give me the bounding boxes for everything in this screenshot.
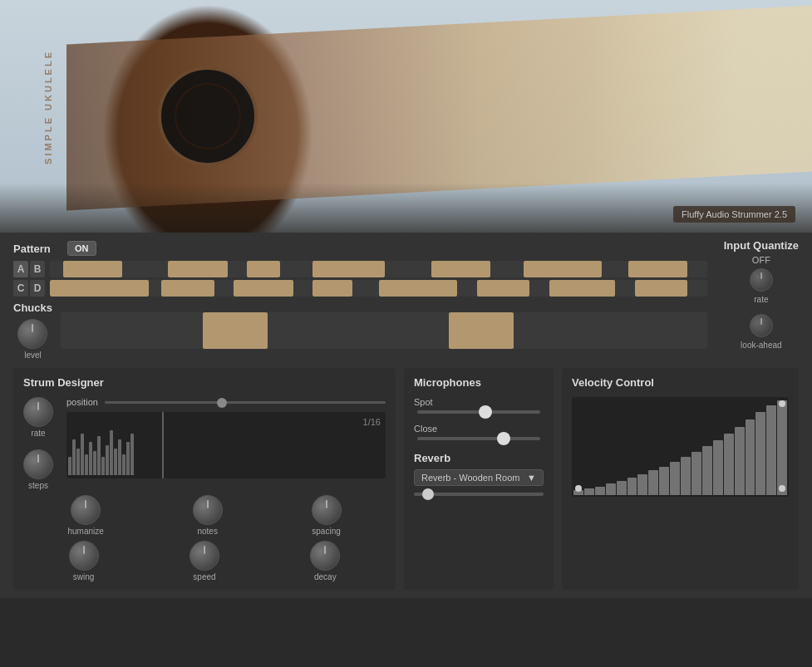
reverb-dropdown-arrow: ▼ xyxy=(527,473,536,483)
strum-designer-panel: Strum Designer rate steps xyxy=(13,368,396,590)
pattern-btn-c[interactable]: C xyxy=(13,280,28,297)
velocity-bars xyxy=(572,397,789,497)
position-area: position xyxy=(66,397,386,483)
strum-rate-value: 1/16 xyxy=(363,417,381,427)
vel-bar-14 xyxy=(713,440,723,495)
decay-label: decay xyxy=(314,572,337,581)
strum-bottom-row-2: swing speed decay xyxy=(23,541,386,581)
humanize-knob[interactable] xyxy=(71,495,101,525)
rate-label: rate xyxy=(754,295,768,304)
vel-bar-8 xyxy=(648,470,658,495)
close-row: Close xyxy=(414,424,544,440)
strum-steps-label: steps xyxy=(28,481,48,490)
pattern-lane-2 xyxy=(50,280,707,297)
pattern-row: Pattern ON xyxy=(13,241,799,256)
vel-bar-17 xyxy=(746,419,755,495)
strum-steps-knob[interactable] xyxy=(23,449,53,479)
speed-knob[interactable] xyxy=(189,541,219,571)
position-slider[interactable] xyxy=(105,401,386,404)
chucks-lane xyxy=(61,312,707,349)
vel-bar-6 xyxy=(627,478,637,495)
lookahead-label: look-ahead xyxy=(741,341,781,350)
pattern-btn-d[interactable]: D xyxy=(30,280,45,297)
strum-bottom-row: humanize notes spacing xyxy=(23,495,386,536)
lookahead-knob[interactable] xyxy=(750,314,773,337)
vel-bar-18 xyxy=(755,412,765,495)
close-slider[interactable] xyxy=(417,437,540,440)
rate-knob[interactable] xyxy=(750,268,773,292)
fluffy-badge: Fluffy Audio Strummer 2.5 xyxy=(673,206,795,223)
spacing-group: spacing xyxy=(312,495,342,536)
notes-group: notes xyxy=(193,495,223,536)
logo-text: SIMPLE UKULELE xyxy=(43,50,53,164)
pattern-label: Pattern xyxy=(13,243,59,255)
swing-label: swing xyxy=(73,572,95,581)
pattern-btn-b[interactable]: B xyxy=(30,261,45,277)
position-label: position xyxy=(66,397,98,407)
rate-knob-group: rate xyxy=(23,397,53,438)
vel-bar-5 xyxy=(617,481,627,495)
reverb-section: Reverb Reverb - Wooden Room ▼ xyxy=(414,452,544,496)
chucks-area: Chucks level xyxy=(13,302,799,360)
spacing-label: spacing xyxy=(312,527,340,536)
velocity-viz xyxy=(572,397,789,497)
microphones-panel: Microphones Spot Close Re xyxy=(404,368,554,590)
pattern-lanes xyxy=(50,261,707,297)
position-slider-thumb[interactable] xyxy=(217,398,227,408)
vel-dot-mid[interactable] xyxy=(779,485,785,492)
strum-designer-title: Strum Designer xyxy=(23,376,386,389)
vel-bar-3 xyxy=(595,487,605,495)
vel-bar-12 xyxy=(691,452,701,495)
vel-bar-4 xyxy=(606,483,616,495)
chucks-level-label: level xyxy=(24,351,42,360)
steps-knob-group: steps xyxy=(23,449,53,490)
chucks-left: Chucks level xyxy=(13,302,52,360)
vel-bar-2 xyxy=(584,488,594,495)
strum-top: rate steps position xyxy=(23,397,386,490)
spacing-knob[interactable] xyxy=(312,495,342,525)
vel-bar-16 xyxy=(735,427,745,495)
reverb-dropdown[interactable]: Reverb - Wooden Room ▼ xyxy=(414,469,544,486)
input-quantize-section: Input Quantize OFF rate look-ahead xyxy=(724,239,799,350)
close-slider-thumb[interactable] xyxy=(497,432,510,445)
hero-image: SIMPLE UKULELE Fluffy Audio Strummer 2.5 xyxy=(0,0,812,233)
spot-slider[interactable] xyxy=(417,410,540,414)
vel-bar-11 xyxy=(681,457,691,495)
decay-knob[interactable] xyxy=(310,541,340,571)
speed-label: speed xyxy=(193,572,215,581)
swing-knob[interactable] xyxy=(69,541,99,571)
vel-dot-left[interactable] xyxy=(575,485,582,492)
vel-bar-13 xyxy=(702,446,712,495)
velocity-control-title: Velocity Control xyxy=(572,376,789,389)
velocity-control-panel: Velocity Control xyxy=(562,368,799,590)
input-quantize-status: OFF xyxy=(752,255,770,265)
reverb-selected-value: Reverb - Wooden Room xyxy=(421,473,519,483)
notes-knob[interactable] xyxy=(193,495,223,525)
pattern-btn-a[interactable]: A xyxy=(13,261,28,277)
reverb-title: Reverb xyxy=(414,452,544,464)
pattern-lane-1 xyxy=(50,261,707,277)
decay-group: decay xyxy=(310,541,340,581)
vel-dot-right[interactable] xyxy=(779,400,785,407)
strum-rate-knob[interactable] xyxy=(23,397,53,427)
pattern-buttons: A B C D xyxy=(13,261,45,297)
position-row: position xyxy=(66,397,386,407)
humanize-group: humanize xyxy=(67,495,103,536)
spot-slider-thumb[interactable] xyxy=(479,405,492,419)
microphones-title: Microphones xyxy=(414,376,544,389)
pattern-grid-area: A B C D xyxy=(13,261,799,297)
vel-bar-20 xyxy=(777,400,787,495)
pattern-on-badge[interactable]: ON xyxy=(67,241,96,256)
chucks-level-knob[interactable] xyxy=(17,319,47,349)
vel-bar-10 xyxy=(670,462,680,495)
close-label: Close xyxy=(414,424,544,434)
spot-row: Spot xyxy=(414,397,544,414)
reverb-slider[interactable] xyxy=(414,493,544,496)
vel-bar-15 xyxy=(724,434,734,495)
spot-label: Spot xyxy=(414,397,544,407)
reverb-slider-thumb[interactable] xyxy=(422,488,434,500)
chucks-label: Chucks xyxy=(13,302,52,314)
strum-viz: 1/16 xyxy=(66,412,386,478)
humanize-label: humanize xyxy=(67,527,103,536)
input-quantize-title: Input Quantize xyxy=(724,239,799,252)
